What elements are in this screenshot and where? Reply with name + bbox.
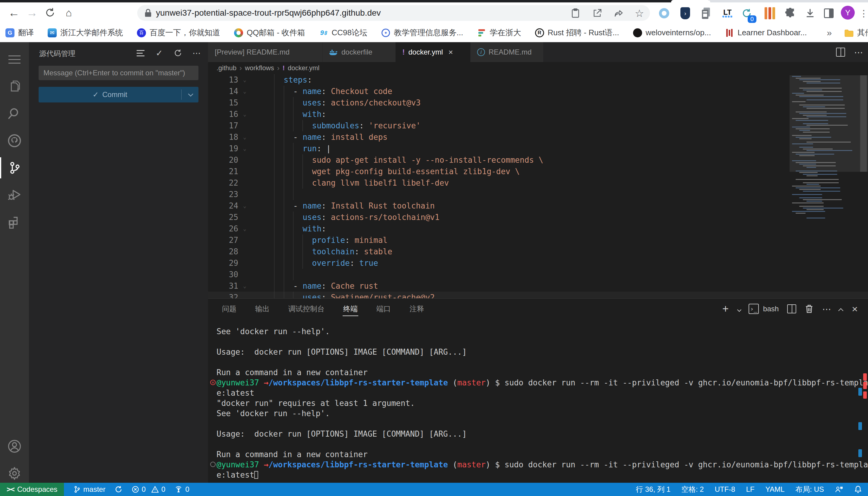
code-line-13[interactable]: 13⌄steps: (208, 74, 868, 86)
commit-check-icon[interactable]: ✓ (154, 48, 165, 59)
terminal[interactable]: See 'docker run --help'.Usage: docker ru… (208, 319, 868, 483)
bookmarks-overflow-chevron[interactable]: » (821, 28, 838, 38)
run-debug-icon[interactable] (0, 182, 29, 208)
bookmark-item[interactable]: 学在浙大 (477, 27, 521, 38)
keyboard-layout[interactable]: 布局: US (795, 484, 824, 494)
new-terminal-icon[interactable]: + (722, 303, 729, 315)
fold-chevron-icon[interactable]: ⌄ (243, 280, 246, 292)
tab--preview-readme.md[interactable]: [Preview] README.md (208, 42, 323, 62)
panel-more-actions-icon[interactable]: ⋯ (822, 304, 831, 314)
code-line-17[interactable]: 17submodules: 'recursive' (208, 120, 868, 131)
commit-message-input[interactable]: Message (Ctrl+Enter to commit on "master… (39, 66, 198, 80)
extensions-puzzle-icon[interactable] (783, 6, 797, 20)
code-line-16[interactable]: 16⌄with: (208, 108, 868, 120)
code-line-24[interactable]: 24⌄- name: Install Rust toolchain (208, 200, 868, 212)
code-line-18[interactable]: 18⌄- name: install deps (208, 131, 868, 143)
eol-indicator[interactable]: LF (746, 485, 754, 494)
maximize-panel-icon[interactable] (840, 304, 843, 314)
bookmark-item[interactable]: ✉浙江大学邮件系统 (48, 27, 123, 38)
notifications-bell-icon[interactable] (854, 485, 862, 494)
browser-menu-icon[interactable]: ⋮ (856, 6, 868, 20)
code-line-19[interactable]: 19⌄run: | (208, 143, 868, 154)
search-icon[interactable] (0, 100, 29, 127)
code-line-25[interactable]: 25uses: actions-rs/toolchain@v1 (208, 212, 868, 223)
back-icon[interactable]: ← (5, 4, 22, 21)
clipboard-icon[interactable] (569, 6, 582, 20)
remote-indicator[interactable]: >< Codespaces (0, 483, 64, 496)
commit-button[interactable]: ✓Commit (39, 87, 198, 103)
code-editor[interactable]: 13⌄steps:14⌄- name: Checkout code15uses:… (208, 74, 868, 298)
commit-dropdown-chevron[interactable] (182, 93, 198, 96)
editor-scrollbar[interactable] (860, 75, 867, 172)
code-line-15[interactable]: 15uses: actions/checkout@v3 (208, 97, 868, 108)
ports-indicator[interactable]: 0 (174, 485, 189, 494)
sync-indicator[interactable] (115, 485, 122, 493)
open-in-new-icon[interactable] (590, 6, 604, 20)
cursor-position[interactable]: 行 36, 列 1 (636, 484, 671, 494)
other-bookmarks-folder[interactable]: 其他书签 (844, 27, 868, 38)
close-tab-icon[interactable]: × (448, 48, 453, 57)
tab-readme.md[interactable]: iREADME.md (470, 42, 543, 62)
panel-tab[interactable]: 输出 (255, 300, 270, 318)
close-panel-icon[interactable]: × (852, 303, 858, 315)
code-line-26[interactable]: 26⌄with: (208, 223, 868, 234)
encoding[interactable]: UTF-8 (715, 485, 735, 494)
fold-chevron-icon[interactable]: ⌄ (243, 200, 246, 212)
fold-chevron-icon[interactable]: ⌄ (243, 143, 246, 154)
code-line-28[interactable]: 28toolchain: stable (208, 246, 868, 257)
crayons-extension-icon[interactable] (762, 6, 777, 20)
code-line-29[interactable]: 29override: true (208, 257, 868, 269)
bookmark-star-icon[interactable]: ☆ (633, 6, 646, 20)
reload-icon[interactable] (42, 4, 59, 21)
code-line-14[interactable]: 14⌄- name: Checkout code (208, 86, 868, 97)
forward-icon[interactable]: → (24, 4, 41, 21)
refresh-icon[interactable] (173, 48, 183, 59)
extension-notes-icon[interactable] (699, 6, 714, 20)
panel-tab[interactable]: 端口 (376, 300, 391, 318)
explorer-icon[interactable] (0, 73, 29, 100)
view-as-list-icon[interactable] (135, 48, 146, 59)
panel-tab[interactable]: 注释 (409, 300, 425, 318)
breadcrumb-file[interactable]: docker.yml (288, 64, 319, 72)
language-mode[interactable]: YAML (765, 485, 785, 494)
extension-ring-icon[interactable] (657, 6, 671, 20)
code-line-20[interactable]: 20sudo apt-get install -y --no-install-r… (208, 154, 868, 166)
panel-tab[interactable]: 调试控制台 (288, 300, 325, 318)
editor-more-actions-icon[interactable]: ⋯ (854, 47, 863, 58)
sync-extension-icon[interactable]: 0 (739, 6, 754, 20)
bookmark-item[interactable]: weloveinterns/op... (633, 28, 711, 37)
code-line-30[interactable]: 30 (208, 269, 868, 280)
bookmark-item[interactable]: Learner Dashboar... (725, 28, 807, 37)
bookmark-item[interactable]: RRust 招聘 - Rust语... (535, 27, 619, 38)
branch-indicator[interactable]: master (73, 485, 105, 494)
extension-shield-icon[interactable]: › (678, 6, 692, 20)
panel-tab[interactable]: 终端 (343, 300, 358, 318)
code-line-32[interactable]: 32uses: Swatinem/rust-cache@v2 (208, 292, 868, 298)
more-actions-icon[interactable]: ⋯ (191, 48, 202, 59)
fold-chevron-icon[interactable]: ⌄ (243, 223, 246, 234)
fold-chevron-icon[interactable]: ⌄ (243, 86, 246, 97)
breadcrumb-folder[interactable]: .github (216, 64, 237, 72)
split-editor-icon[interactable] (836, 48, 845, 57)
languagetool-icon[interactable]: LT (720, 6, 735, 20)
bookmark-item[interactable]: 百百度一下，你就知道 (137, 27, 220, 38)
source-control-icon[interactable] (0, 154, 29, 182)
code-line-23[interactable]: 23 (208, 189, 868, 200)
side-panel-icon[interactable] (822, 6, 836, 20)
tab-dockerfile[interactable]: dockerfile (323, 42, 396, 62)
tab-docker.yml[interactable]: !docker.yml× (396, 42, 470, 62)
fold-chevron-icon[interactable]: ⌄ (243, 131, 246, 143)
indentation[interactable]: 空格: 2 (681, 484, 704, 494)
breadcrumb-subfolder[interactable]: workflows (245, 64, 274, 72)
extensions-icon[interactable] (0, 208, 29, 236)
bookmark-item[interactable]: QQ邮箱 - 收件箱 (234, 27, 305, 38)
github-icon[interactable] (0, 127, 29, 154)
problems-indicator[interactable]: 0 0 (132, 485, 166, 494)
downloads-icon[interactable] (803, 6, 817, 20)
bookmark-item[interactable]: 9৪CC98论坛 (319, 27, 367, 38)
code-line-22[interactable]: 22clang llvm libelf1 libelf-dev (208, 177, 868, 189)
minimap-slider[interactable] (790, 75, 868, 172)
fold-chevron-icon[interactable]: ⌄ (243, 74, 246, 86)
kill-terminal-icon[interactable] (805, 304, 814, 314)
panel-tab[interactable]: 问题 (221, 300, 237, 318)
